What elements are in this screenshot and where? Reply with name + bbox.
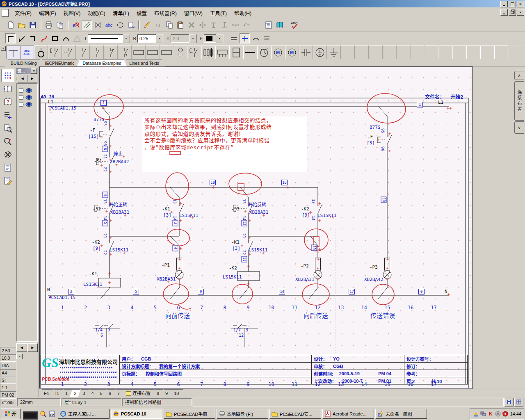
mdi-close-button[interactable]: × [517, 9, 524, 16]
capacitor-icon[interactable] [299, 46, 313, 59]
data-icon[interactable]: DATA [231, 20, 241, 30]
tree-expand-icon[interactable]: + [19, 88, 23, 93]
save-icon[interactable] [27, 20, 38, 30]
hscroll-left-button[interactable]: ◀ [16, 343, 27, 352]
pencil-icon[interactable] [142, 20, 152, 30]
minimize-button[interactable] [500, 1, 508, 7]
line-symbol-icon[interactable] [243, 46, 257, 59]
chevron-down-icon[interactable]: ▼ [216, 34, 223, 43]
panel-close-icon[interactable]: × [31, 68, 37, 74]
psi-icon[interactable]: ψ [153, 20, 163, 30]
menu-item[interactable]: 工具(T) [206, 8, 231, 18]
relay-box-icon[interactable] [132, 46, 146, 59]
list-manager-icon[interactable] [263, 20, 274, 30]
junction-cross-icon[interactable] [240, 33, 250, 43]
task-button[interactable]: PCSELCAD安... [269, 409, 321, 419]
connector-icon[interactable] [215, 46, 229, 59]
tree-item[interactable]: + [17, 101, 37, 108]
task-button[interactable]: 未命名 - 画图 [375, 409, 427, 419]
tree-item[interactable]: + [17, 94, 37, 101]
palette-tab-database-examples[interactable]: Database Examples [77, 59, 127, 66]
menu-item[interactable]: 布线器(R) [151, 8, 180, 18]
contact-no2-icon[interactable] [90, 46, 104, 59]
sheet-tab-10[interactable]: 10 [170, 389, 183, 397]
library-icon[interactable] [274, 20, 285, 30]
undo-icon[interactable]: ↶▼ [242, 20, 252, 30]
contact-dotted-icon[interactable] [187, 46, 201, 59]
add-list-icon[interactable] [2, 109, 14, 121]
text-label-icon[interactable]: abcABC [20, 46, 34, 59]
dock-scroll-up[interactable]: ∧ [514, 71, 524, 80]
panel-small-close-icon[interactable]: × [16, 354, 23, 359]
quicklaunch-console-icon[interactable] [23, 411, 38, 420]
angle-select[interactable]: 2.0 [171, 34, 189, 43]
task-button[interactable]: Acrobat Reade... [322, 409, 374, 419]
s-curve-icon[interactable] [39, 33, 49, 43]
palette-tab-lines-and-texts[interactable]: Lines and Texts [123, 59, 165, 66]
close-button[interactable]: × [517, 1, 524, 7]
relay-box3-icon[interactable] [160, 46, 173, 59]
print-icon[interactable] [43, 20, 54, 30]
tree-item[interactable]: + [17, 87, 37, 94]
copy-icon[interactable] [164, 20, 174, 30]
panel-prev-button[interactable]: ◀ [18, 75, 27, 82]
pin-icon[interactable] [208, 20, 219, 30]
search-page-icon[interactable] [2, 122, 14, 135]
menu-item[interactable]: 帮助(H) [231, 8, 255, 18]
maximize-button[interactable] [509, 1, 516, 7]
menu-item[interactable]: 设置 [133, 8, 151, 18]
wire-junction-icon[interactable] [6, 46, 20, 59]
find-symbol-icon[interactable]: a [71, 20, 81, 30]
new-document-icon[interactable] [5, 20, 16, 30]
rectangle-tool-icon[interactable] [50, 33, 60, 43]
contact-hook2-icon[interactable] [118, 46, 132, 59]
edit-report-icon[interactable] [2, 175, 14, 187]
line-type-select[interactable] [88, 34, 123, 43]
hscroll-right-button[interactable]: ▶ [27, 343, 38, 352]
zoom-add-icon[interactable] [2, 135, 14, 148]
indicator-icon[interactable] [173, 46, 187, 59]
paste-symbol-icon[interactable] [126, 20, 136, 30]
print-pages-icon[interactable] [55, 20, 65, 30]
contact-hook-icon[interactable] [104, 46, 118, 59]
grid-snap-icon[interactable] [1, 69, 14, 82]
move-icon[interactable] [197, 20, 208, 30]
menu-item[interactable]: 视图(V) [60, 8, 84, 18]
sheet-tab-I1[interactable]: I1 [51, 389, 63, 397]
relay-box2-icon[interactable] [146, 46, 160, 59]
open-folder-icon[interactable] [16, 20, 27, 30]
resource-tree[interactable]: +++ [16, 83, 38, 342]
save-state-icon[interactable] [504, 398, 514, 406]
dock-scroll-down[interactable]: ∨ [514, 121, 524, 134]
library-browser-icon[interactable] [2, 83, 14, 95]
contact-e-icon[interactable] [48, 46, 62, 59]
menu-item[interactable]: 文件(F) [11, 8, 35, 18]
menu-item[interactable]: 功能(C) [84, 8, 109, 18]
task-button[interactable]: 工控人家园 ... [58, 409, 110, 419]
panel-next-button[interactable]: ▶ [27, 75, 37, 82]
fuse-triple-icon[interactable] [201, 46, 215, 59]
task-button[interactable]: PCSELCAD手册 [164, 409, 215, 419]
tray-kav-icon[interactable]: K [487, 411, 493, 417]
sheet-tab-连接布置[interactable]: 连接布置 [122, 389, 155, 397]
corner-tool-icon[interactable] [5, 33, 16, 43]
diagonal-corner-icon[interactable] [16, 33, 27, 43]
angle-icon[interactable] [27, 33, 38, 43]
chevron-down-icon[interactable]: ▼ [189, 34, 196, 43]
ltn-icon[interactable]: L/N [262, 33, 272, 43]
drawing-canvas[interactable]: GS PCB Solution 深圳市比思科技有限公司 用户：CGB 设计方案标… [39, 66, 472, 389]
fill-color-select[interactable] [204, 34, 216, 43]
chevron-down-icon[interactable]: ▼ [156, 34, 163, 43]
contact-dashed-icon[interactable] [62, 46, 76, 59]
motor2-icon[interactable]: M [285, 46, 299, 59]
palette-tab-iecpneumatic[interactable]: IECPNEUmatic [39, 59, 80, 66]
triangle-tool-icon[interactable] [72, 33, 82, 43]
quicklaunch-viewer-icon[interactable] [39, 410, 47, 418]
grid-view-icon[interactable] [514, 398, 523, 406]
pin-down-icon[interactable] [219, 20, 230, 30]
tray-spk-icon[interactable] [495, 411, 501, 417]
tray-art-icon[interactable] [472, 411, 479, 417]
sheet-tab-F1[interactable]: F1 [40, 389, 53, 397]
quicklaunch-calculator-icon[interactable] [48, 410, 56, 418]
tray-net-icon[interactable] [480, 411, 486, 417]
